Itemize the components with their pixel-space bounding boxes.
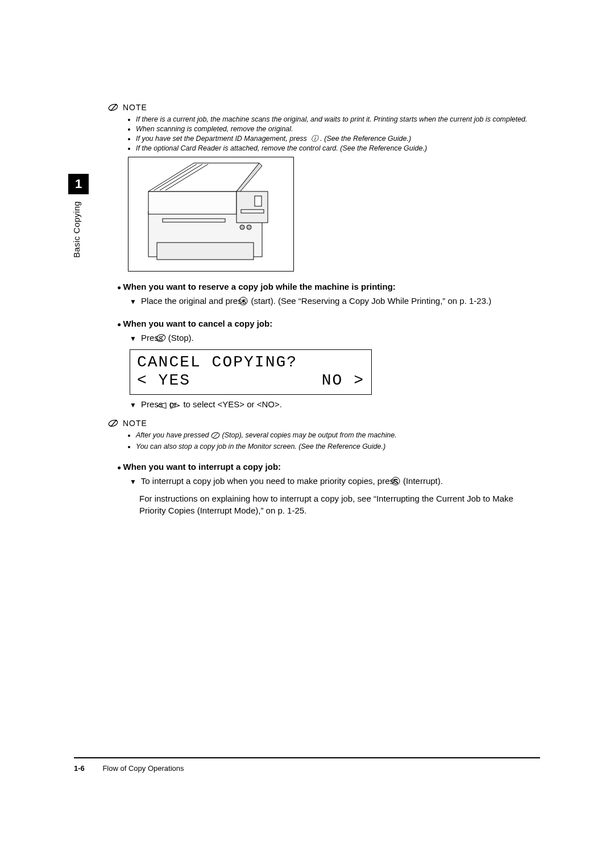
svg-rect-15 bbox=[163, 219, 225, 222]
note-label: NOTE bbox=[123, 103, 147, 112]
svg-line-19 bbox=[159, 335, 164, 341]
svg-point-22 bbox=[108, 419, 118, 428]
svg-line-25 bbox=[213, 433, 218, 438]
heading-cancel: When you want to cancel a copy job: bbox=[117, 319, 540, 328]
triangle-icon: ▼ bbox=[130, 478, 136, 486]
text: (Stop). bbox=[168, 333, 194, 343]
footer-title: Flow of Copy Operations bbox=[102, 764, 184, 773]
page-content: NOTE If there is a current job, the mach… bbox=[74, 102, 540, 517]
lcd-no: NO > bbox=[322, 372, 364, 390]
page-number: 1-6 bbox=[74, 764, 85, 773]
note-item: If there is a current job, the machine s… bbox=[136, 115, 540, 124]
text: After you have pressed bbox=[136, 431, 211, 439]
triangle-icon: ▼ bbox=[130, 335, 136, 343]
note-label: NOTE bbox=[123, 419, 147, 428]
text: Place the original and press bbox=[141, 296, 248, 306]
lcd-line-1: CANCEL COPYING? bbox=[137, 353, 364, 372]
svg-marker-20 bbox=[157, 403, 166, 408]
svg-rect-12 bbox=[241, 210, 264, 213]
svg-rect-4 bbox=[148, 191, 237, 214]
note-heading: NOTE bbox=[108, 102, 540, 112]
text: to select <YES> or <NO>. bbox=[183, 399, 281, 409]
stop-key-icon bbox=[165, 333, 166, 346]
note-item: If you have set the Department ID Manage… bbox=[136, 134, 540, 144]
reserve-instruction: ▼ Place the original and press (start). … bbox=[130, 295, 540, 309]
svg-point-13 bbox=[240, 225, 244, 229]
page-footer: 1-6 Flow of Copy Operations bbox=[74, 757, 540, 773]
cancel-select-line: ▼ Press or to select <YES> or <NO>. bbox=[130, 398, 540, 412]
heading-interrupt: When you want to interrupt a copy job: bbox=[117, 462, 540, 471]
text: (Stop), several copies may be output fro… bbox=[222, 431, 397, 439]
svg-point-17 bbox=[242, 299, 244, 302]
stop-key-icon bbox=[211, 432, 220, 442]
svg-rect-3 bbox=[157, 243, 254, 260]
interrupt-body: For instructions on explaining how to in… bbox=[139, 493, 540, 518]
note-item: After you have pressed (Stop), several c… bbox=[136, 431, 540, 442]
note-item: If the optional Card Reader is attached,… bbox=[136, 144, 540, 153]
heading-reserve: When you want to reserve a copy job whil… bbox=[117, 282, 540, 291]
triangle-icon: ▼ bbox=[130, 401, 136, 409]
svg-marker-21 bbox=[171, 403, 180, 408]
svg-rect-10 bbox=[237, 191, 268, 223]
printer-illustration bbox=[128, 157, 294, 272]
text: To interrupt a copy job when you need to… bbox=[141, 476, 401, 486]
text: (Interrupt). bbox=[403, 476, 443, 486]
note-icon bbox=[108, 418, 119, 428]
text: (start). (See “Reserving a Copy Job Whil… bbox=[251, 296, 492, 306]
note-item: When scanning is completed, remove the o… bbox=[136, 124, 540, 134]
svg-point-14 bbox=[247, 225, 251, 229]
right-key-icon bbox=[179, 400, 181, 412]
note-list-2: After you have pressed (Stop), several c… bbox=[128, 431, 540, 452]
lcd-yes: < YES bbox=[137, 372, 190, 390]
note-icon bbox=[108, 102, 119, 112]
note-list-1: If there is a current job, the machine s… bbox=[128, 115, 540, 153]
triangle-icon: ▼ bbox=[130, 298, 136, 306]
note-heading-2: NOTE bbox=[108, 418, 540, 428]
svg-point-0 bbox=[108, 103, 118, 112]
svg-rect-11 bbox=[255, 196, 262, 206]
note-item: You can also stop a copy job in the Moni… bbox=[136, 442, 540, 452]
printer-svg bbox=[128, 157, 293, 271]
cancel-press-stop: ▼ Press (Stop). bbox=[130, 332, 540, 346]
lcd-display: CANCEL COPYING? < YES NO > bbox=[130, 349, 372, 395]
interrupt-instruction: ▼ To interrupt a copy job when you need … bbox=[130, 475, 540, 489]
left-key-icon bbox=[165, 400, 167, 412]
